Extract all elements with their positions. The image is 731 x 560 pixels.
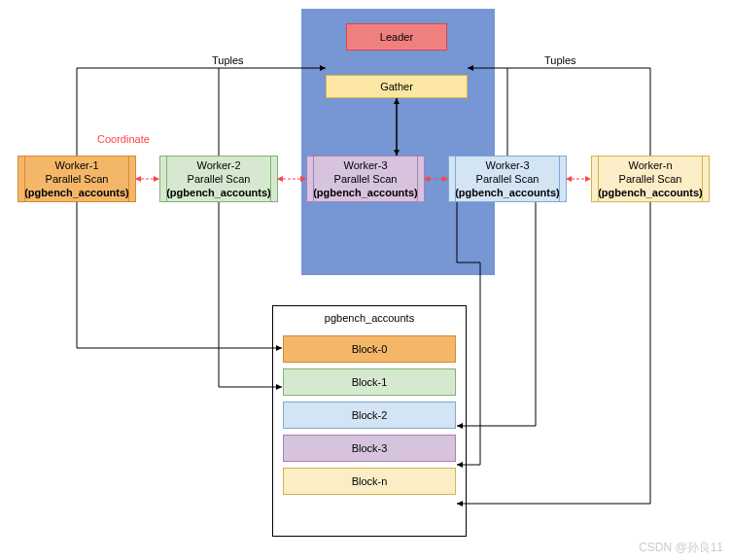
block-1: Block-1	[283, 368, 456, 396]
leader-box: Leader	[346, 23, 447, 51]
worker-n-table: (pgbench_accounts)	[598, 187, 703, 198]
worker-3-table: (pgbench_accounts)	[313, 187, 418, 198]
worker-2-table: (pgbench_accounts)	[166, 187, 271, 198]
worker-n-scan: Parallel Scan	[619, 173, 682, 185]
accounts-table-title: pgbench_accounts	[273, 306, 466, 330]
worker-1-title: Worker-1	[54, 159, 98, 171]
coordinate-label: Coordinate	[97, 133, 150, 145]
worker-1-scan: Parallel Scan	[46, 173, 109, 185]
block-3: Block-3	[283, 435, 456, 462]
worker-2-box: Worker-2 Parallel Scan (pgbench_accounts…	[159, 156, 278, 202]
worker-n-box: Worker-n Parallel Scan (pgbench_accounts…	[591, 156, 710, 202]
block-n: Block-n	[283, 468, 456, 495]
tuples-left-label: Tuples	[212, 54, 244, 66]
worker-1-table: (pgbench_accounts)	[24, 187, 129, 198]
worker-3-box: Worker-3 Parallel Scan (pgbench_accounts…	[306, 156, 425, 202]
leader-label: Leader	[380, 30, 413, 44]
worker-3b-scan: Parallel Scan	[476, 173, 540, 185]
block-2: Block-2	[283, 402, 456, 429]
watermark: CSDN @孙良11	[639, 540, 723, 556]
accounts-table: pgbench_accounts Block-0 Block-1 Block-2…	[272, 305, 467, 537]
worker-3-scan: Parallel Scan	[334, 173, 398, 185]
worker-2-title: Worker-2	[196, 159, 240, 171]
block-0: Block-0	[283, 335, 456, 363]
worker-3b-box: Worker-3 Parallel Scan (pgbench_accounts…	[448, 156, 567, 202]
worker-1-box: Worker-1 Parallel Scan (pgbench_accounts…	[17, 156, 136, 202]
gather-box: Gather	[326, 75, 468, 98]
worker-n-title: Worker-n	[628, 159, 672, 171]
worker-2-scan: Parallel Scan	[188, 173, 251, 185]
worker-3-title: Worker-3	[343, 159, 387, 171]
gather-label: Gather	[380, 80, 413, 93]
tuples-right-label: Tuples	[544, 54, 576, 66]
worker-3b-table: (pgbench_accounts)	[455, 187, 560, 198]
worker-3b-title: Worker-3	[485, 159, 529, 171]
